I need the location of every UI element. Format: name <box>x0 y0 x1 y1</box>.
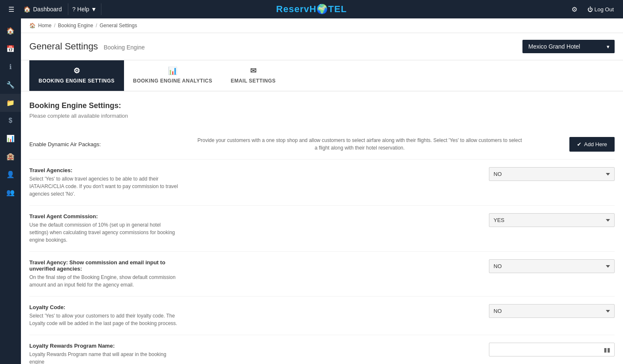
logo-text-part3: TEL <box>328 4 347 14</box>
settings-section-subtitle: Please complete all available informatio… <box>29 113 615 119</box>
chart-tab-icon: 📊 <box>168 66 178 75</box>
travel-agency-show-select[interactable]: NO YES <box>489 259 615 273</box>
tab-booking-analytics-label: BOOKING ENGINE ANALYTICS <box>133 78 212 84</box>
dashboard-button[interactable]: 🏠 Dashboard <box>19 3 66 15</box>
travel-agent-commission-desc: Use the default commission of 10% (set u… <box>29 221 180 244</box>
dashboard-label: Dashboard <box>33 6 62 13</box>
travel-agent-commission-row: Travel Agent Commission: Use the default… <box>29 205 615 251</box>
logout-button[interactable]: ⏻ Log Out <box>583 4 618 15</box>
help-label: Help <box>77 6 89 13</box>
sidebar-item-hotel[interactable]: 🏨 <box>0 147 21 165</box>
travel-agency-show-desc: On the final step of the Booking Engine,… <box>29 274 180 289</box>
travel-agency-show-label-area: Travel Agency: Show commission and email… <box>29 259 189 289</box>
sidebar-item-billing[interactable]: $ <box>0 112 21 129</box>
breadcrumb-sep2: / <box>96 23 97 28</box>
help-icon: ? <box>72 6 76 13</box>
text-input-icon: ▮▮ <box>604 346 610 353</box>
page-subtitle: Booking Engine <box>104 44 145 51</box>
gear-tab-icon: ⚙ <box>73 66 80 75</box>
travel-agency-show-control: NO YES <box>489 259 615 273</box>
sidebar-item-info[interactable]: ℹ <box>0 58 21 76</box>
logo-text-part2: H <box>309 4 316 14</box>
power-icon: ⏻ <box>587 6 593 13</box>
app-logo: ReservH🌍TEL <box>276 4 347 15</box>
travel-agencies-select[interactable]: NO YES <box>489 167 615 181</box>
travel-agencies-row: Travel Agencies: Select 'Yes' to allow t… <box>29 159 615 205</box>
tab-booking-settings-label: BOOKING ENGINE SETTINGS <box>39 78 115 84</box>
loyalty-code-title: Loyalty Code: <box>29 304 180 310</box>
dynamic-air-description: Provide your customers with a one stop s… <box>197 137 522 152</box>
travel-agencies-title: Travel Agencies: <box>29 167 180 173</box>
settings-section-title: Booking Engine Settings: <box>29 101 615 110</box>
nav-right: ⚙ ⏻ Log Out <box>568 3 618 16</box>
loyalty-code-select[interactable]: NO YES <box>489 304 615 318</box>
travel-agent-commission-label-area: Travel Agent Commission: Use the default… <box>29 213 189 244</box>
tab-booking-engine-settings[interactable]: ⚙ BOOKING ENGINE SETTINGS <box>29 60 124 91</box>
main-layout: 🏠 📅 ℹ 🔧 📁 $ 📊 🏨 👤 👥 🏠 Home / Booking Eng… <box>0 18 623 364</box>
loyalty-rewards-name-title: Loyalty Rewards Program Name: <box>29 343 180 349</box>
help-button[interactable]: ? Help ▼ <box>68 3 101 15</box>
travel-agencies-desc: Select 'Yes' to allow travel agencies to… <box>29 175 180 198</box>
add-here-button[interactable]: ✔ Add Here <box>569 137 615 152</box>
page-title-area: General Settings Booking Engine <box>29 41 145 52</box>
loyalty-rewards-name-desc: Loyalty Rewards Program name that will a… <box>29 351 180 364</box>
loyalty-rewards-input-wrapper: ▮▮ <box>489 343 615 356</box>
nav-left: ☰ 🏠 Dashboard ? Help ▼ <box>5 3 101 16</box>
sidebar-item-analytics[interactable]: 📊 <box>0 129 21 147</box>
loyalty-code-control: NO YES <box>489 304 615 318</box>
travel-agent-commission-select[interactable]: NO YES <box>489 213 615 227</box>
sidebar-item-user[interactable]: 👤 <box>0 165 21 183</box>
top-navbar: ☰ 🏠 Dashboard ? Help ▼ ReservH🌍TEL ⚙ ⏻ L… <box>0 0 623 18</box>
dynamic-air-row: Enable Dynamic Air Packags: Provide your… <box>29 129 615 159</box>
help-chevron-icon: ▼ <box>91 6 97 13</box>
loyalty-code-label-area: Loyalty Code: Select 'Yes' to allow your… <box>29 304 189 327</box>
main-content: 🏠 Home / Booking Engine / General Settin… <box>21 18 623 364</box>
tab-booking-engine-analytics[interactable]: 📊 BOOKING ENGINE ANALYTICS <box>124 60 222 91</box>
logo-text-part1: Reserv <box>276 4 309 14</box>
home-nav-icon: 🏠 <box>23 6 31 13</box>
travel-agency-show-row: Travel Agency: Show commission and email… <box>29 251 615 296</box>
logout-label: Log Out <box>595 6 614 13</box>
loyalty-code-row: Loyalty Code: Select 'Yes' to allow your… <box>29 296 615 335</box>
add-here-label: Add Here <box>584 141 607 147</box>
breadcrumb-current: General Settings <box>100 23 137 28</box>
dynamic-air-control: ✔ Add Here <box>531 137 615 152</box>
breadcrumb: 🏠 Home / Booking Engine / General Settin… <box>21 18 623 33</box>
dynamic-air-label: Enable Dynamic Air Packags: <box>29 141 189 147</box>
sidebar-item-home[interactable]: 🏠 <box>0 22 21 40</box>
tab-email-settings[interactable]: ✉ EMAIL SETTINGS <box>222 60 285 91</box>
breadcrumb-sep1: / <box>54 23 55 28</box>
loyalty-rewards-name-control: ▮▮ <box>489 343 615 356</box>
page-title: General Settings <box>29 41 98 52</box>
breadcrumb-home-link[interactable]: Home <box>38 23 52 28</box>
breadcrumb-booking-link[interactable]: Booking Engine <box>58 23 93 28</box>
loyalty-rewards-name-input[interactable] <box>489 343 615 356</box>
email-tab-icon: ✉ <box>250 66 257 75</box>
tab-email-label: EMAIL SETTINGS <box>231 78 276 84</box>
travel-agency-show-title: Travel Agency: Show commission and email… <box>29 259 180 272</box>
loyalty-rewards-name-row: Loyalty Rewards Program Name: Loyalty Re… <box>29 335 615 364</box>
hotel-select[interactable]: Mexico Grand Hotel <box>522 40 615 53</box>
hamburger-button[interactable]: ☰ <box>5 3 18 16</box>
check-icon: ✔ <box>577 141 582 147</box>
hotel-select-wrapper: Mexico Grand Hotel <box>522 40 615 53</box>
travel-agent-commission-control: NO YES <box>489 213 615 227</box>
settings-gear-button[interactable]: ⚙ <box>568 3 581 16</box>
travel-agencies-control: NO YES <box>489 167 615 181</box>
page-header: General Settings Booking Engine Mexico G… <box>21 33 623 60</box>
sidebar: 🏠 📅 ℹ 🔧 📁 $ 📊 🏨 👤 👥 <box>0 18 21 364</box>
loyalty-code-desc: Select 'Yes' to allow your customers to … <box>29 312 180 327</box>
settings-content: Booking Engine Settings: Please complete… <box>21 91 623 364</box>
loyalty-rewards-name-label-area: Loyalty Rewards Program Name: Loyalty Re… <box>29 343 189 364</box>
travel-agencies-label-area: Travel Agencies: Select 'Yes' to allow t… <box>29 167 189 198</box>
sidebar-item-calendar[interactable]: 📅 <box>0 40 21 58</box>
sidebar-item-tools[interactable]: 🔧 <box>0 76 21 94</box>
tabs-container: ⚙ BOOKING ENGINE SETTINGS 📊 BOOKING ENGI… <box>21 60 623 91</box>
travel-agent-commission-title: Travel Agent Commission: <box>29 213 180 219</box>
breadcrumb-home-icon: 🏠 <box>29 23 36 28</box>
sidebar-item-users[interactable]: 👥 <box>0 183 21 201</box>
sidebar-item-folder[interactable]: 📁 <box>0 94 21 112</box>
